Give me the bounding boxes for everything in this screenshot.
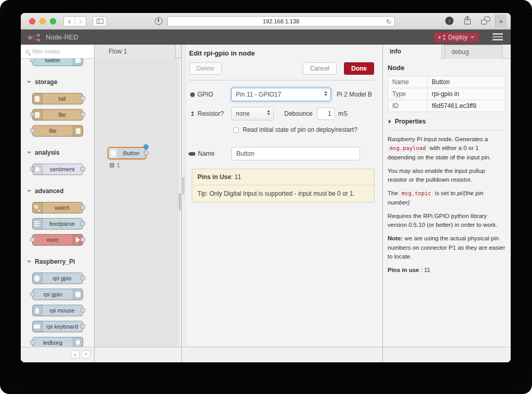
reload-icon[interactable]: ↻: [386, 17, 391, 26]
workspace-footer: [95, 347, 181, 362]
flow-workspace[interactable]: Flow 1 Button 1: [95, 45, 182, 362]
select-stepper-icon: [267, 110, 270, 115]
status-dot-icon: [110, 163, 114, 168]
palette-node-twitter[interactable]: twitter: [32, 59, 83, 66]
feed-icon: [32, 218, 43, 229]
palette-search[interactable]: [21, 45, 94, 59]
palette-node-rpi-mouse[interactable]: rpi mouse: [32, 305, 83, 316]
back-button[interactable]: ‹: [64, 17, 75, 26]
debounce-label: Debounce: [284, 110, 313, 117]
palette-node-file-in[interactable]: file: [32, 109, 83, 120]
category-raspberry-pi[interactable]: Raspberry_Pi: [21, 250, 94, 268]
close-window-button[interactable]: [29, 18, 35, 24]
sidebar-toggle-button[interactable]: [92, 16, 107, 26]
filter-nodes-input[interactable]: [32, 48, 84, 55]
palette-node-ledborg[interactable]: ledborg: [32, 337, 83, 347]
input-port[interactable]: [30, 128, 35, 133]
new-tab-button[interactable]: +: [495, 15, 507, 28]
output-port[interactable]: [81, 205, 85, 210]
palette-node-feedparse[interactable]: feedparse: [32, 218, 83, 229]
gpio-select[interactable]: Pin 11 - GPIO17: [231, 88, 331, 101]
deploy-caret-icon[interactable]: [470, 36, 474, 38]
cancel-button[interactable]: Cancel: [303, 62, 337, 75]
debounce-input[interactable]: 1: [317, 107, 335, 120]
collapse-all-button[interactable]: ▲: [71, 350, 79, 358]
input-port[interactable]: [30, 237, 35, 242]
file-icon: [32, 93, 43, 104]
bulb-icon: [73, 337, 83, 347]
output-port[interactable]: [81, 237, 85, 242]
tabs-overview-icon[interactable]: [481, 17, 490, 24]
category-storage[interactable]: storage: [21, 71, 94, 88]
palette-node-file-out[interactable]: file: [32, 125, 83, 137]
nodered-logo-icon: [27, 33, 43, 42]
app-title: Node-RED: [46, 33, 78, 41]
deploy-button[interactable]: Deploy: [434, 32, 479, 43]
name-input[interactable]: Button: [231, 147, 360, 160]
page-loader-icon[interactable]: [155, 17, 163, 25]
output-port[interactable]: [81, 167, 85, 171]
tab-info[interactable]: info: [383, 45, 442, 59]
resistor-label: ↥ Resistor?: [190, 110, 231, 117]
downloads-icon[interactable]: ↓: [445, 17, 454, 25]
palette-node-exec[interactable]: exec: [32, 234, 83, 246]
flow-node-button[interactable]: Button: [108, 147, 147, 159]
zoom-window-button[interactable]: [50, 18, 56, 24]
description-paragraph: The msg.topic is set to pi/{the pin numb…: [388, 189, 506, 207]
node-palette: twitter storage tail: [21, 45, 95, 362]
done-button[interactable]: Done: [344, 62, 374, 75]
input-port[interactable]: [30, 59, 35, 62]
table-row: Type rpi-gpio in: [388, 88, 506, 100]
description-paragraph: Pins in use : 11: [388, 266, 506, 275]
properties-toggle[interactable]: Properties: [389, 118, 506, 130]
url-text: 192.168.1.138: [263, 18, 299, 24]
edit-panel-scrollbar[interactable]: [182, 45, 185, 347]
node-description: Raspberry Pi input node. Generates a msg…: [388, 135, 506, 275]
input-port[interactable]: [30, 340, 35, 345]
forward-button[interactable]: ›: [75, 17, 86, 26]
circle-icon: [190, 92, 195, 97]
msg-payload-code: msg.payload: [388, 144, 428, 152]
sidebar-footer: [383, 347, 511, 362]
input-port[interactable]: [30, 292, 35, 296]
output-port[interactable]: [81, 112, 85, 117]
palette-node-watch[interactable]: watch: [32, 202, 83, 213]
delete-button[interactable]: Delete: [189, 62, 222, 75]
read-initial-row: Read initial state of pin on deploy/rest…: [233, 126, 374, 133]
output-port[interactable]: [81, 308, 85, 313]
edit-node-panel: Edit rpi-gpio in node Delete Cancel Done…: [182, 45, 383, 362]
output-port[interactable]: [81, 96, 85, 101]
minimize-window-button[interactable]: [39, 18, 46, 24]
twitter-bird-icon: [73, 59, 83, 66]
edit-panel-title: Edit rpi-gpio in node: [189, 49, 375, 57]
palette-node-rpi-gpio-out[interactable]: rpi gpio: [32, 289, 83, 300]
output-port[interactable]: [81, 276, 85, 280]
select-stepper-icon: [324, 91, 327, 96]
history-nav-group: ‹ ›: [63, 16, 86, 26]
address-bar[interactable]: 192.168.1.138 ↻: [167, 16, 395, 26]
category-analysis[interactable]: analysis: [21, 141, 94, 159]
node-section-heading: Node: [388, 64, 506, 72]
output-port[interactable]: [81, 324, 85, 329]
tab-debug[interactable]: debug: [444, 45, 502, 59]
resistor-select[interactable]: none: [231, 107, 274, 120]
workspace-scrollbar[interactable]: [178, 58, 181, 347]
info-content: Node Name Button Type rpi-gpio in ID f6d: [383, 59, 511, 275]
gpio-row: GPIO Pin 11 - GPIO17 Pi 2 Model B: [190, 88, 374, 101]
chevron-right-icon: [389, 119, 391, 124]
search-icon: [25, 50, 29, 53]
share-icon[interactable]: [463, 17, 472, 25]
expand-all-button[interactable]: ▼: [82, 350, 90, 358]
palette-node-sentiment[interactable]: sentiment: [32, 164, 83, 175]
browser-window: ‹ › 192.168.1.138 ↻ ↓ + Node-RED Deploy: [21, 13, 511, 362]
palette-node-rpi-keyboard[interactable]: rpi keyboard: [32, 321, 83, 332]
menu-hamburger-button[interactable]: [493, 33, 503, 42]
output-port[interactable]: [144, 151, 149, 155]
palette-node-tail[interactable]: tail: [32, 93, 83, 104]
category-advanced[interactable]: advanced: [21, 180, 94, 197]
description-paragraph: Requires the RPi.GPIO python library ver…: [388, 212, 506, 230]
output-port[interactable]: [81, 221, 85, 226]
read-initial-checkbox[interactable]: [233, 127, 239, 133]
palette-node-rpi-gpio-in[interactable]: rpi gpio: [32, 273, 83, 284]
tab-flow-1[interactable]: Flow 1: [95, 45, 176, 58]
